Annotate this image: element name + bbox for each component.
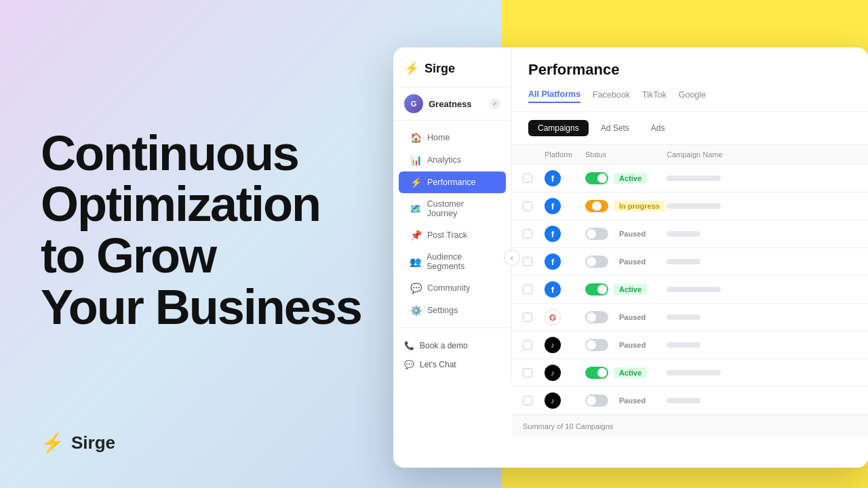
row-checkbox[interactable] xyxy=(523,340,532,350)
home-icon: 🏠 xyxy=(410,132,422,143)
settings-icon: ⚙️ xyxy=(410,305,422,316)
google-icon: G xyxy=(545,309,561,325)
toggle-off[interactable] xyxy=(585,228,608,240)
table-row: f In progress xyxy=(512,192,868,220)
nav-item-settings[interactable]: ⚙️ Settings xyxy=(399,300,506,321)
row-checkbox[interactable] xyxy=(523,285,532,294)
row-checkbox[interactable] xyxy=(523,257,532,266)
table-row: ♪ Active xyxy=(512,359,868,387)
nav-items: 🏠 Home 📊 Analytics ⚡ Performance 🗺️ Cust… xyxy=(393,121,511,327)
nav-item-community[interactable]: 💬 Community xyxy=(399,277,506,299)
row-checkbox[interactable] xyxy=(523,229,532,239)
nav-label-post-track: Post Track xyxy=(427,230,467,240)
col-status: Status xyxy=(585,150,667,159)
headline-line2: Optimization xyxy=(41,177,320,231)
status-cell: Active xyxy=(585,172,667,184)
campaign-bar xyxy=(667,398,701,403)
facebook-icon: f xyxy=(545,253,561,270)
workspace-avatar: G xyxy=(404,94,423,113)
toggle-off[interactable] xyxy=(585,256,608,268)
status-cell: Paused xyxy=(585,339,667,351)
table-header: Platform Status Campaign Name xyxy=(512,145,868,165)
row-checkbox[interactable] xyxy=(523,368,532,378)
nav-label-audience-segments: Audience Segments xyxy=(427,252,495,271)
community-icon: 💬 xyxy=(410,283,422,293)
sidebar-collapse-button[interactable]: ‹ xyxy=(504,249,520,266)
right-panel: ⚡ Sirge G Greatness ✓ 🏠 Home 📊 xyxy=(502,0,868,488)
analytics-icon: 📊 xyxy=(410,155,422,165)
platform-tabs: All Platforms Facebook TikTok Google xyxy=(528,87,852,103)
nav-item-post-track[interactable]: 📌 Post Track xyxy=(399,224,506,246)
table-container: Platform Status Campaign Name f Active xyxy=(512,145,868,468)
table-row: f Active xyxy=(512,165,868,192)
nav-item-customer-journey[interactable]: 🗺️ Customer Journey xyxy=(399,194,506,224)
facebook-icon: f xyxy=(545,170,561,186)
tab-tiktok[interactable]: TikTok xyxy=(642,87,667,102)
col-platform: Platform xyxy=(545,150,585,159)
campaign-bar xyxy=(667,259,701,264)
tab-campaigns[interactable]: Campaigns xyxy=(528,120,589,136)
nav-label-settings: Settings xyxy=(427,306,458,315)
workspace-selector[interactable]: G Greatness ✓ xyxy=(393,87,511,121)
status-badge-in-progress: In progress xyxy=(614,201,665,211)
status-cell: Paused xyxy=(585,311,667,323)
book-demo-icon: 📞 xyxy=(404,341,414,350)
nav-item-home[interactable]: 🏠 Home xyxy=(399,127,506,148)
row-checkbox[interactable] xyxy=(523,174,532,183)
status-badge-paused: Paused xyxy=(614,228,651,239)
summary-bar: Summary of 10 Campaigns xyxy=(512,415,868,437)
audience-segments-icon: 👥 xyxy=(410,256,421,267)
campaign-bar xyxy=(667,176,721,181)
facebook-icon: f xyxy=(545,198,561,214)
status-cell: Active xyxy=(585,367,667,379)
nav-label-home: Home xyxy=(427,133,450,142)
toggle-on[interactable] xyxy=(585,172,608,184)
main-content: Performance All Platforms Facebook TikTo… xyxy=(512,47,868,468)
sidebar-bolt-icon: ⚡ xyxy=(404,61,419,76)
campaign-bar xyxy=(667,203,721,209)
lets-chat-item[interactable]: 💬 Let's Chat xyxy=(393,355,511,374)
sidebar-logo-text: Sirge xyxy=(425,62,455,76)
row-checkbox[interactable] xyxy=(523,312,532,322)
sidebar-bottom: 📞 Book a demo 💬 Let's Chat xyxy=(393,327,511,382)
tiktok-icon: ♪ xyxy=(545,392,561,409)
col-campaign-name: Campaign Name xyxy=(667,150,857,159)
status-cell: Paused xyxy=(585,256,667,268)
tab-facebook[interactable]: Facebook xyxy=(593,87,630,102)
tab-ads[interactable]: Ads xyxy=(642,120,675,136)
table-row: ♪ Paused xyxy=(512,331,868,359)
toggle-off[interactable] xyxy=(585,311,608,323)
book-demo-label: Book a demo xyxy=(420,341,468,350)
lets-chat-icon: 💬 xyxy=(404,360,414,369)
post-track-icon: 📌 xyxy=(410,230,422,241)
nav-item-audience-segments[interactable]: 👥 Audience Segments xyxy=(399,247,506,277)
tiktok-icon: ♪ xyxy=(545,365,561,381)
lets-chat-label: Let's Chat xyxy=(420,360,456,369)
nav-item-analytics[interactable]: 📊 Analytics xyxy=(399,149,506,171)
row-checkbox[interactable] xyxy=(523,201,532,211)
table-row: f Paused xyxy=(512,220,868,248)
performance-icon: ⚡ xyxy=(410,177,422,188)
tab-google[interactable]: Google xyxy=(679,87,706,102)
toggle-on[interactable] xyxy=(585,283,608,296)
status-badge-active: Active xyxy=(614,367,647,378)
book-demo-item[interactable]: 📞 Book a demo xyxy=(393,336,511,355)
status-cell: In progress xyxy=(585,200,667,212)
status-badge-paused: Paused xyxy=(614,340,651,350)
status-cell: Paused xyxy=(585,228,667,240)
toggle-pending[interactable] xyxy=(585,200,608,212)
row-checkbox[interactable] xyxy=(523,396,532,405)
campaign-bar xyxy=(667,342,701,348)
sidebar: ⚡ Sirge G Greatness ✓ 🏠 Home 📊 xyxy=(393,47,512,382)
logo-text-bottom: Sirge xyxy=(71,432,115,453)
status-badge-paused: Paused xyxy=(614,312,651,323)
toggle-on[interactable] xyxy=(585,367,608,379)
tab-ad-sets[interactable]: Ad Sets xyxy=(591,120,639,136)
nav-item-performance[interactable]: ⚡ Performance xyxy=(399,171,506,193)
tab-all-platforms[interactable]: All Platforms xyxy=(528,87,580,103)
workspace-name: Greatness xyxy=(429,99,472,109)
facebook-icon: f xyxy=(545,226,561,242)
toggle-off[interactable] xyxy=(585,394,608,407)
nav-label-customer-journey: Customer Journey xyxy=(427,199,495,218)
toggle-off[interactable] xyxy=(585,339,608,351)
